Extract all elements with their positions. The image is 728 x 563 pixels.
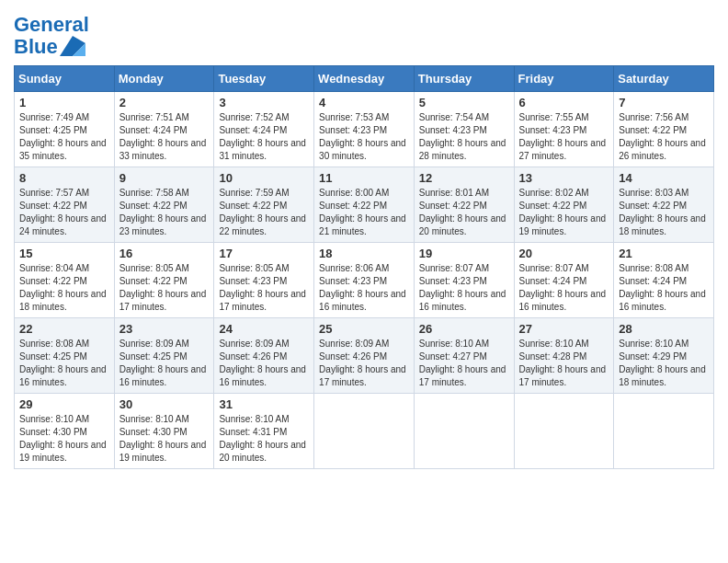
day-detail: Sunrise: 8:07 AMSunset: 4:23 PMDaylight:… <box>419 263 506 312</box>
calendar-cell <box>314 394 415 469</box>
calendar-cell: 29 Sunrise: 8:10 AMSunset: 4:30 PMDaylig… <box>15 394 115 469</box>
day-number: 19 <box>419 247 509 260</box>
calendar-cell: 30 Sunrise: 8:10 AMSunset: 4:30 PMDaylig… <box>114 394 214 469</box>
day-detail: Sunrise: 8:10 AMSunset: 4:31 PMDaylight:… <box>219 414 306 463</box>
day-number: 29 <box>19 397 109 411</box>
day-number: 7 <box>619 96 709 109</box>
calendar-cell: 14 Sunrise: 8:03 AMSunset: 4:22 PMDaylig… <box>614 167 714 243</box>
calendar-cell: 21 Sunrise: 8:08 AMSunset: 4:24 PMDaylig… <box>614 243 714 318</box>
day-detail: Sunrise: 8:10 AMSunset: 4:29 PMDaylight:… <box>619 339 706 387</box>
calendar-cell: 22 Sunrise: 8:08 AMSunset: 4:25 PMDaylig… <box>15 318 115 394</box>
calendar-cell <box>614 394 714 469</box>
calendar-cell: 7 Sunrise: 7:56 AMSunset: 4:22 PMDayligh… <box>614 92 714 167</box>
calendar-cell <box>514 394 614 469</box>
day-number: 24 <box>219 322 309 336</box>
calendar-table: SundayMondayTuesdayWednesdayThursdayFrid… <box>14 65 714 469</box>
weekday-header-sunday: Sunday <box>15 66 115 92</box>
day-number: 30 <box>119 397 210 411</box>
calendar-week-4: 22 Sunrise: 8:08 AMSunset: 4:25 PMDaylig… <box>15 318 714 394</box>
calendar-cell: 13 Sunrise: 8:02 AMSunset: 4:22 PMDaylig… <box>514 167 614 243</box>
weekday-header-saturday: Saturday <box>614 66 714 92</box>
day-detail: Sunrise: 8:05 AMSunset: 4:22 PMDaylight:… <box>119 263 207 312</box>
day-detail: Sunrise: 7:51 AMSunset: 4:24 PMDaylight:… <box>119 112 207 161</box>
day-number: 28 <box>619 322 709 336</box>
day-detail: Sunrise: 8:10 AMSunset: 4:27 PMDaylight:… <box>419 339 506 387</box>
logo-text: General <box>14 14 89 36</box>
day-number: 4 <box>319 96 409 109</box>
calendar-cell: 26 Sunrise: 8:10 AMSunset: 4:27 PMDaylig… <box>414 318 514 394</box>
weekday-header-tuesday: Tuesday <box>214 66 314 92</box>
day-number: 27 <box>519 322 609 336</box>
day-number: 1 <box>19 96 109 109</box>
weekday-header-thursday: Thursday <box>414 66 514 92</box>
day-number: 11 <box>319 171 409 185</box>
calendar-cell: 20 Sunrise: 8:07 AMSunset: 4:24 PMDaylig… <box>514 243 614 318</box>
day-detail: Sunrise: 7:49 AMSunset: 4:25 PMDaylight:… <box>19 112 107 161</box>
day-detail: Sunrise: 8:05 AMSunset: 4:23 PMDaylight:… <box>219 263 306 312</box>
day-detail: Sunrise: 7:53 AMSunset: 4:23 PMDaylight:… <box>319 112 406 161</box>
day-detail: Sunrise: 8:03 AMSunset: 4:22 PMDaylight:… <box>619 188 706 236</box>
day-detail: Sunrise: 8:00 AMSunset: 4:22 PMDaylight:… <box>319 188 406 236</box>
day-number: 21 <box>619 247 709 260</box>
day-detail: Sunrise: 8:01 AMSunset: 4:22 PMDaylight:… <box>419 188 506 236</box>
day-detail: Sunrise: 8:04 AMSunset: 4:22 PMDaylight:… <box>19 263 107 312</box>
day-detail: Sunrise: 8:02 AMSunset: 4:22 PMDaylight:… <box>519 188 607 236</box>
calendar-cell: 15 Sunrise: 8:04 AMSunset: 4:22 PMDaylig… <box>15 243 115 318</box>
calendar-cell: 25 Sunrise: 8:09 AMSunset: 4:26 PMDaylig… <box>314 318 415 394</box>
day-number: 25 <box>319 322 409 336</box>
day-detail: Sunrise: 8:10 AMSunset: 4:30 PMDaylight:… <box>19 414 107 463</box>
day-detail: Sunrise: 7:58 AMSunset: 4:22 PMDaylight:… <box>119 188 207 236</box>
calendar-cell: 31 Sunrise: 8:10 AMSunset: 4:31 PMDaylig… <box>214 394 314 469</box>
day-number: 3 <box>219 96 309 109</box>
day-detail: Sunrise: 8:07 AMSunset: 4:24 PMDaylight:… <box>519 263 607 312</box>
weekday-header-friday: Friday <box>514 66 614 92</box>
calendar-cell: 10 Sunrise: 7:59 AMSunset: 4:22 PMDaylig… <box>214 167 314 243</box>
day-number: 23 <box>119 322 210 336</box>
day-number: 16 <box>119 247 210 260</box>
logo-text-blue: Blue <box>14 36 58 58</box>
day-detail: Sunrise: 7:55 AMSunset: 4:23 PMDaylight:… <box>519 112 607 161</box>
day-number: 13 <box>519 171 609 185</box>
page-header: General Blue <box>14 9 714 58</box>
calendar-header: SundayMondayTuesdayWednesdayThursdayFrid… <box>15 66 714 92</box>
day-detail: Sunrise: 8:06 AMSunset: 4:23 PMDaylight:… <box>319 263 406 312</box>
day-detail: Sunrise: 8:08 AMSunset: 4:25 PMDaylight:… <box>19 339 107 387</box>
calendar-week-1: 1 Sunrise: 7:49 AMSunset: 4:25 PMDayligh… <box>15 92 714 167</box>
calendar-cell: 23 Sunrise: 8:09 AMSunset: 4:25 PMDaylig… <box>114 318 214 394</box>
day-number: 22 <box>19 322 109 336</box>
weekday-header-monday: Monday <box>114 66 214 92</box>
calendar-cell: 1 Sunrise: 7:49 AMSunset: 4:25 PMDayligh… <box>15 92 115 167</box>
calendar-cell: 8 Sunrise: 7:57 AMSunset: 4:22 PMDayligh… <box>15 167 115 243</box>
day-number: 15 <box>19 247 109 260</box>
day-number: 17 <box>219 247 309 260</box>
calendar-cell: 9 Sunrise: 7:58 AMSunset: 4:22 PMDayligh… <box>114 167 214 243</box>
day-number: 6 <box>519 96 609 109</box>
calendar-cell: 11 Sunrise: 8:00 AMSunset: 4:22 PMDaylig… <box>314 167 415 243</box>
day-number: 10 <box>219 171 309 185</box>
calendar-cell: 2 Sunrise: 7:51 AMSunset: 4:24 PMDayligh… <box>114 92 214 167</box>
day-detail: Sunrise: 7:59 AMSunset: 4:22 PMDaylight:… <box>219 188 306 236</box>
calendar-cell: 16 Sunrise: 8:05 AMSunset: 4:22 PMDaylig… <box>114 243 214 318</box>
day-detail: Sunrise: 7:56 AMSunset: 4:22 PMDaylight:… <box>619 112 706 161</box>
day-detail: Sunrise: 7:52 AMSunset: 4:24 PMDaylight:… <box>219 112 306 161</box>
calendar-cell: 5 Sunrise: 7:54 AMSunset: 4:23 PMDayligh… <box>414 92 514 167</box>
calendar-cell: 4 Sunrise: 7:53 AMSunset: 4:23 PMDayligh… <box>314 92 415 167</box>
calendar-cell: 18 Sunrise: 8:06 AMSunset: 4:23 PMDaylig… <box>314 243 415 318</box>
calendar-week-2: 8 Sunrise: 7:57 AMSunset: 4:22 PMDayligh… <box>15 167 714 243</box>
day-number: 18 <box>319 247 409 260</box>
day-detail: Sunrise: 8:09 AMSunset: 4:26 PMDaylight:… <box>219 339 306 387</box>
day-detail: Sunrise: 8:10 AMSunset: 4:28 PMDaylight:… <box>519 339 607 387</box>
day-detail: Sunrise: 8:09 AMSunset: 4:26 PMDaylight:… <box>319 339 406 387</box>
calendar-cell: 3 Sunrise: 7:52 AMSunset: 4:24 PMDayligh… <box>214 92 314 167</box>
calendar-cell: 28 Sunrise: 8:10 AMSunset: 4:29 PMDaylig… <box>614 318 714 394</box>
day-number: 20 <box>519 247 609 260</box>
logo-icon <box>60 36 85 56</box>
day-number: 8 <box>19 171 109 185</box>
calendar-cell: 24 Sunrise: 8:09 AMSunset: 4:26 PMDaylig… <box>214 318 314 394</box>
day-number: 26 <box>419 322 509 336</box>
day-detail: Sunrise: 7:54 AMSunset: 4:23 PMDaylight:… <box>419 112 506 161</box>
calendar-cell: 27 Sunrise: 8:10 AMSunset: 4:28 PMDaylig… <box>514 318 614 394</box>
day-number: 2 <box>119 96 210 109</box>
day-detail: Sunrise: 8:10 AMSunset: 4:30 PMDaylight:… <box>119 414 207 463</box>
day-number: 14 <box>619 171 709 185</box>
